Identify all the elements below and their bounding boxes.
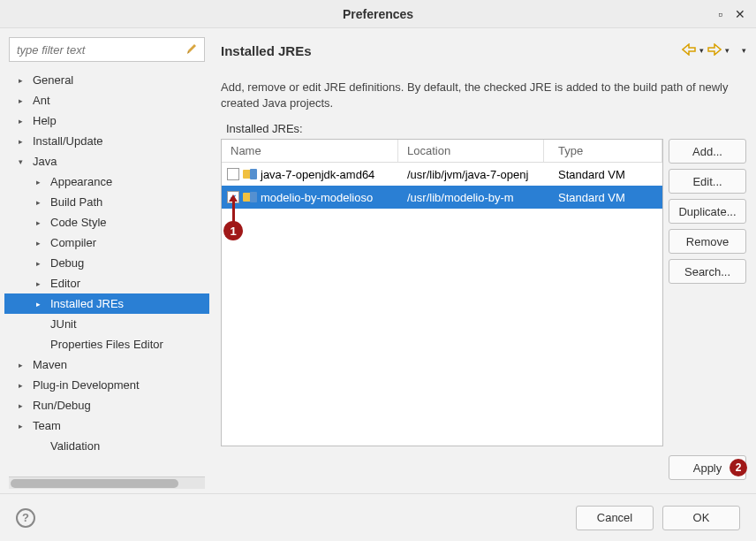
expand-icon[interactable]: ▸ bbox=[13, 422, 27, 431]
edit-button[interactable]: Edit... bbox=[669, 169, 746, 194]
tree-item-label: Compiler bbox=[50, 236, 96, 249]
jre-icon bbox=[243, 168, 257, 180]
tree-item-label: Installed JREs bbox=[50, 297, 124, 310]
tree-item-label: Debug bbox=[50, 256, 84, 270]
expand-icon[interactable]: ▸ bbox=[13, 381, 27, 390]
expand-icon[interactable]: ▸ bbox=[31, 259, 45, 268]
tree-item-run-debug[interactable]: ▸Run/Debug bbox=[4, 395, 209, 415]
tree-item-label: Java bbox=[33, 155, 57, 168]
tree-item-label: Install/Update bbox=[33, 134, 103, 148]
callout-marker-2: 2 bbox=[730, 459, 747, 476]
tree-item-installed-jres[interactable]: ▸Installed JREs bbox=[4, 293, 209, 314]
tree-horizontal-scrollbar[interactable] bbox=[9, 476, 205, 489]
tree-item-plug-in-development[interactable]: ▸Plug-in Development bbox=[4, 375, 209, 395]
expand-icon[interactable]: ▸ bbox=[31, 178, 45, 187]
view-menu-icon[interactable]: ▾ bbox=[742, 46, 746, 55]
table-header: Name Location Type bbox=[222, 140, 662, 163]
tree-item-properties-files-editor[interactable]: Properties Files Editor bbox=[4, 334, 209, 354]
ok-button[interactable]: OK bbox=[662, 506, 740, 530]
apply-row: Apply 2 bbox=[221, 446, 746, 489]
expand-icon[interactable]: ▸ bbox=[13, 361, 27, 370]
table-row[interactable]: modelio-by-modelioso/usr/lib/modelio-by-… bbox=[222, 186, 662, 209]
expand-icon[interactable]: ▸ bbox=[13, 96, 27, 105]
remove-button[interactable]: Remove bbox=[669, 229, 746, 254]
tree-item-compiler[interactable]: ▸Compiler bbox=[4, 232, 209, 253]
apply-label: Apply bbox=[693, 461, 722, 475]
jre-checkbox[interactable] bbox=[227, 168, 239, 180]
cell-name: java-7-openjdk-amd64 bbox=[222, 168, 398, 181]
tree-item-team[interactable]: ▸Team bbox=[4, 415, 209, 436]
titlebar: Preferences ▫ ✕ bbox=[0, 0, 756, 28]
back-icon[interactable] bbox=[682, 43, 696, 58]
cell-name: modelio-by-modelioso bbox=[222, 191, 398, 204]
expand-icon[interactable]: ▸ bbox=[31, 300, 45, 309]
cancel-button[interactable]: Cancel bbox=[576, 506, 654, 530]
jre-table[interactable]: Name Location Type java-7-openjdk-amd64/… bbox=[221, 139, 663, 446]
column-name[interactable]: Name bbox=[222, 140, 398, 162]
close-icon[interactable]: ✕ bbox=[735, 7, 745, 21]
tree-item-label: Run/Debug bbox=[33, 399, 91, 412]
table-label: Installed JREs: bbox=[221, 122, 746, 135]
tree-item-debug[interactable]: ▸Debug bbox=[4, 253, 209, 273]
right-panel: Installed JREs ▾ ▾ ▾ Add, remove or edit… bbox=[212, 37, 752, 489]
tree-item-java[interactable]: ▾Java bbox=[4, 151, 209, 171]
minimize-icon[interactable]: ▫ bbox=[718, 7, 722, 21]
cell-type: Standard VM bbox=[544, 191, 662, 204]
cell-location: /usr/lib/jvm/java-7-openj bbox=[398, 168, 544, 181]
expand-icon[interactable]: ▸ bbox=[13, 401, 27, 410]
page-description: Add, remove or edit JRE definitions. By … bbox=[221, 80, 746, 111]
tree-item-label: Plug-in Development bbox=[33, 378, 140, 392]
duplicate-button[interactable]: Duplicate... bbox=[669, 199, 746, 224]
tree-item-code-style[interactable]: ▸Code Style bbox=[4, 212, 209, 232]
tree-item-general[interactable]: ▸General bbox=[4, 70, 209, 90]
page-title: Installed JREs bbox=[221, 43, 312, 58]
tree-item-appearance[interactable]: ▸Appearance bbox=[4, 171, 209, 192]
forward-menu-icon[interactable]: ▾ bbox=[725, 46, 730, 55]
expand-icon[interactable]: ▸ bbox=[13, 117, 27, 126]
tree-item-validation[interactable]: Validation bbox=[4, 436, 209, 456]
cell-location: /usr/lib/modelio-by-m bbox=[398, 191, 544, 204]
dialog-body: ▸General▸Ant▸Help▸Install/Update▾Java▸Ap… bbox=[0, 28, 756, 493]
column-location[interactable]: Location bbox=[398, 140, 544, 162]
left-panel: ▸General▸Ant▸Help▸Install/Update▾Java▸Ap… bbox=[4, 37, 209, 489]
page-nav-icons: ▾ ▾ ▾ bbox=[682, 43, 746, 58]
preferences-tree[interactable]: ▸General▸Ant▸Help▸Install/Update▾Java▸Ap… bbox=[4, 67, 209, 489]
table-row[interactable]: java-7-openjdk-amd64/usr/lib/jvm/java-7-… bbox=[222, 163, 662, 186]
add-button[interactable]: Add... bbox=[669, 139, 746, 164]
expand-icon[interactable]: ▸ bbox=[13, 76, 27, 85]
tree-item-label: General bbox=[33, 73, 73, 87]
filter-input[interactable] bbox=[9, 37, 205, 62]
tree-item-editor[interactable]: ▸Editor bbox=[4, 273, 209, 293]
dialog-footer: ? Cancel OK bbox=[0, 493, 756, 541]
column-type[interactable]: Type bbox=[544, 140, 662, 162]
expand-icon[interactable]: ▸ bbox=[31, 198, 45, 207]
expand-icon[interactable]: ▸ bbox=[31, 239, 45, 248]
tree-item-label: Help bbox=[33, 114, 57, 127]
titlebar-buttons: ▫ ✕ bbox=[718, 7, 745, 21]
tree-item-label: Code Style bbox=[50, 216, 107, 229]
tree-item-label: Ant bbox=[33, 94, 50, 107]
jre-icon bbox=[243, 191, 257, 203]
expand-icon[interactable]: ▾ bbox=[13, 157, 27, 166]
tree-item-ant[interactable]: ▸Ant bbox=[4, 90, 209, 110]
tree-item-label: Build Path bbox=[50, 195, 102, 209]
help-icon[interactable]: ? bbox=[16, 508, 35, 528]
table-body: java-7-openjdk-amd64/usr/lib/jvm/java-7-… bbox=[222, 163, 662, 446]
tree-item-build-path[interactable]: ▸Build Path bbox=[4, 192, 209, 212]
tree-item-junit[interactable]: JUnit bbox=[4, 314, 209, 334]
tree-item-help[interactable]: ▸Help bbox=[4, 110, 209, 131]
expand-icon[interactable]: ▸ bbox=[13, 137, 27, 146]
callout-marker-1: 1 bbox=[223, 221, 243, 240]
apply-button[interactable]: Apply 2 bbox=[669, 455, 746, 480]
preferences-window: Preferences ▫ ✕ ▸General▸Ant▸Help▸Instal… bbox=[0, 0, 756, 541]
expand-icon[interactable]: ▸ bbox=[31, 218, 45, 227]
expand-icon[interactable]: ▸ bbox=[31, 279, 45, 288]
tree-item-label: Maven bbox=[33, 358, 67, 371]
tree-item-install-update[interactable]: ▸Install/Update bbox=[4, 131, 209, 151]
tree-item-label: Validation bbox=[50, 439, 100, 453]
search-button[interactable]: Search... bbox=[669, 259, 746, 284]
filter-wrap bbox=[9, 37, 205, 62]
forward-icon[interactable] bbox=[707, 43, 722, 58]
tree-item-maven[interactable]: ▸Maven bbox=[4, 354, 209, 375]
back-menu-icon[interactable]: ▾ bbox=[699, 46, 704, 55]
